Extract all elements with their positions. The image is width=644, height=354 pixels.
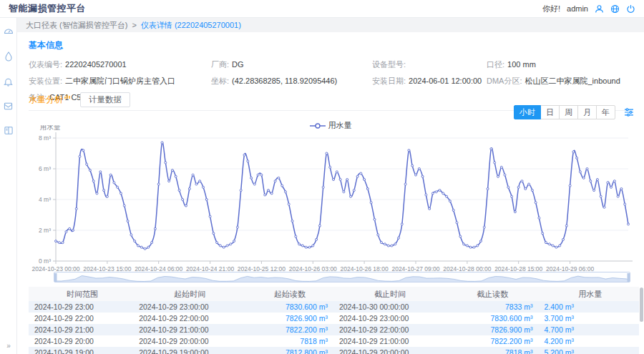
user-icon[interactable] <box>595 4 604 14</box>
table-row: 2024-10-29 19:002024-10-29 19:00:007812.… <box>29 347 639 354</box>
table-header: 时间范围起始时间起始读数截止时间截止读数用水量 <box>29 287 639 301</box>
granularity-button-3[interactable]: 周 <box>559 105 578 119</box>
breadcrumb-separator: > <box>132 21 136 29</box>
table-cell: 4.200 m³ <box>541 335 639 347</box>
readings-table: 时间范围起始时间起始读数截止时间截止读数用水量 2024-10-29 23:00… <box>29 287 639 354</box>
svg-text:2 m³: 2 m³ <box>39 227 51 234</box>
table-cell: 2024-10-29 22:00:00 <box>136 313 243 324</box>
table-cell: 2024-10-29 19:00 <box>29 347 136 354</box>
table-header-cell: 用水量 <box>541 287 639 301</box>
table-cell: 7830.600 m³ <box>243 301 336 313</box>
greeting-text: 你好! <box>542 4 560 14</box>
svg-text:6 m³: 6 m³ <box>39 165 51 172</box>
table-cell: 2024-10-29 22:00 <box>29 313 136 324</box>
table-cell: 7818 m³ <box>444 347 541 354</box>
info-field: 口径:100 mm <box>487 59 633 70</box>
table-row: 2024-10-29 23:002024-10-29 23:00:007830.… <box>29 301 639 313</box>
main-content: 大口径表 (智信漏损管控平台) > 仪表详情 (22202405270001) … <box>17 18 644 354</box>
table-cell: 2024-10-29 20:00:00 <box>136 335 243 347</box>
filter-settings-icon[interactable] <box>624 107 634 117</box>
water-drop-icon <box>4 51 13 62</box>
table-cell: 2024-10-29 19:00:00 <box>136 347 243 354</box>
globe-icon[interactable] <box>610 4 620 14</box>
sidebar-item-alerts[interactable] <box>4 77 13 87</box>
table-cell: 7830.600 m³ <box>444 313 541 324</box>
info-field: DMA分区:松山区二中家属院_inbound <box>487 76 633 87</box>
table-cell: 2024-10-29 23:00:00 <box>336 313 444 324</box>
info-field: 厂商:DG <box>211 59 372 70</box>
power-icon[interactable] <box>626 4 635 14</box>
table-header-cell: 截止读数 <box>444 287 541 301</box>
sidebar-item-dashboard[interactable] <box>4 26 14 36</box>
granularity-button-5[interactable]: 年 <box>596 105 615 119</box>
table-cell: 2.400 m³ <box>541 301 639 313</box>
sidebar-item-reports[interactable] <box>4 126 14 135</box>
table-cell: 2024-10-29 21:00 <box>29 324 136 335</box>
table-header-cell: 起始时间 <box>136 287 243 301</box>
book-icon <box>4 126 14 135</box>
datazoom-slider[interactable] <box>54 272 630 282</box>
table-cell: 7822.200 m³ <box>243 324 336 335</box>
table-header-cell: 截止时间 <box>336 287 444 301</box>
table-cell: 7826.900 m³ <box>444 324 541 335</box>
info-field: 设备型号: <box>372 59 487 70</box>
info-field: 安装日期:2024-06-01 12:00:00 <box>372 76 487 87</box>
table-row: 2024-10-29 20:002024-10-29 20:00:007818 … <box>29 335 639 347</box>
datazoom-shadow <box>54 273 630 282</box>
table-row: 2024-10-29 22:002024-10-29 22:00:007826.… <box>29 313 639 324</box>
sidebar: » <box>0 18 17 354</box>
usage-chart[interactable]: 0 m³2 m³4 m³6 m³8 m³2024-10-23 00:002024… <box>29 125 639 272</box>
mail-icon <box>4 102 13 111</box>
info-field: 坐标:(42.28368285, 118.92095446) <box>211 76 372 87</box>
tab-bar: 水量分析 计量数据 <box>29 92 130 107</box>
sidebar-item-messages[interactable] <box>4 102 13 111</box>
top-bar: 智能漏损管控平台 你好! admin <box>0 0 644 18</box>
table-cell: 2024-10-29 20:00:00 <box>336 347 444 354</box>
granularity-button-2[interactable]: 日 <box>540 105 560 119</box>
sidebar-item-water[interactable] <box>4 51 13 62</box>
table-row: 2024-10-29 21:002024-10-29 21:00:007822.… <box>29 324 639 335</box>
table-cell: 7833 m³ <box>444 301 541 313</box>
table-cell: 2024-10-29 23:00 <box>29 301 136 313</box>
info-field: 仪表编号:22202405270001 <box>29 59 211 70</box>
breadcrumb-current[interactable]: 仪表详情 (22202405270001) <box>141 20 241 31</box>
table-header-cell: 时间范围 <box>29 287 136 301</box>
scrollbar-thumb[interactable] <box>640 287 643 322</box>
bell-icon <box>4 77 13 87</box>
svg-text:0 m³: 0 m³ <box>39 257 51 265</box>
table-cell: 4.700 m³ <box>541 324 639 335</box>
svg-text:8 m³: 8 m³ <box>39 134 51 142</box>
table-cell: 3.700 m³ <box>541 313 639 324</box>
breadcrumb: 大口径表 (智信漏损管控平台) > 仪表详情 (22202405270001) <box>17 18 644 32</box>
breadcrumb-parent[interactable]: 大口径表 (智信漏损管控平台) <box>26 20 127 31</box>
table-cell: 2024-10-30 00:00:00 <box>336 301 444 313</box>
granularity-button-4[interactable]: 月 <box>577 105 597 119</box>
sidebar-collapse-button[interactable]: » <box>0 342 17 350</box>
svg-text:4 m³: 4 m³ <box>39 196 51 203</box>
tab-active-icon <box>64 94 70 99</box>
svg-text:用水量: 用水量 <box>40 125 61 131</box>
table-header-cell: 起始读数 <box>243 287 336 301</box>
granularity-controls: 小时日周月年 <box>514 105 634 119</box>
table-cell: 5.200 m³ <box>541 347 639 354</box>
table-cell: 7818 m³ <box>243 335 336 347</box>
table-cell: 2024-10-29 21:00:00 <box>336 335 444 347</box>
table-cell: 7826.900 m³ <box>243 313 336 324</box>
table-cell: 2024-10-29 20:00 <box>29 335 136 347</box>
basic-info-title: 基本信息 <box>29 39 633 51</box>
gauge-icon <box>4 26 14 36</box>
username[interactable]: admin <box>567 4 588 13</box>
app-title: 智能漏损管控平台 <box>9 2 86 15</box>
tab-metering-data[interactable]: 计量数据 <box>80 92 130 107</box>
table-cell: 2024-10-29 21:00:00 <box>136 324 243 335</box>
granularity-button-1[interactable]: 小时 <box>514 105 541 119</box>
info-field: 安装位置:二中家属院门口锅炉房主管入口 <box>29 76 211 87</box>
table-cell: 2024-10-29 22:00:00 <box>336 324 444 335</box>
table-cell: 7822.200 m³ <box>444 335 541 347</box>
tab-label: 水量分析 <box>29 94 63 106</box>
tab-water-analysis[interactable]: 水量分析 <box>29 94 70 106</box>
table-cell: 7812.800 m³ <box>243 347 336 354</box>
table-cell: 2024-10-29 23:00:00 <box>136 301 243 313</box>
